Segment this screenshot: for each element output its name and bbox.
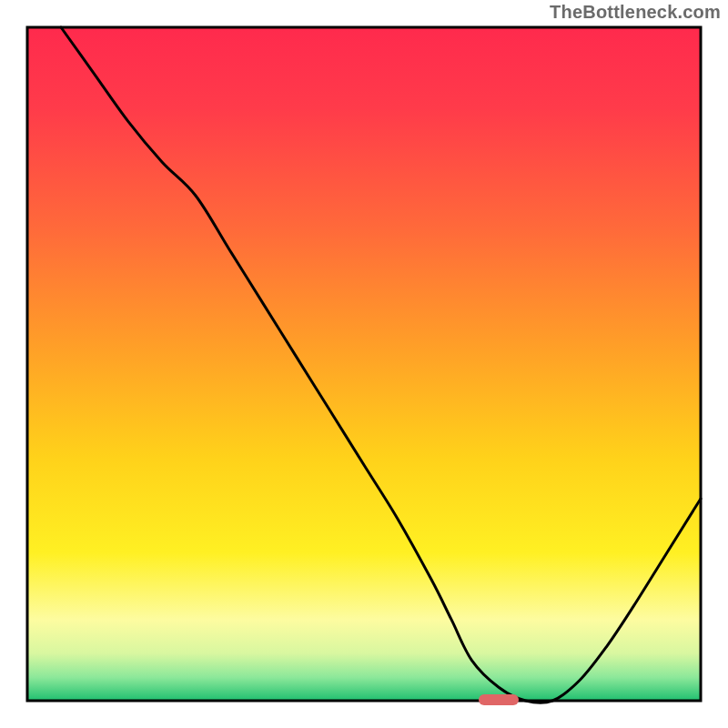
gradient-background: [27, 27, 701, 701]
bottleneck-chart: TheBottleneck.com: [0, 0, 728, 728]
optimal-point-marker: [479, 694, 519, 705]
chart-svg: [0, 0, 728, 728]
plot-area: [27, 27, 701, 705]
watermark-label: TheBottleneck.com: [550, 2, 721, 23]
